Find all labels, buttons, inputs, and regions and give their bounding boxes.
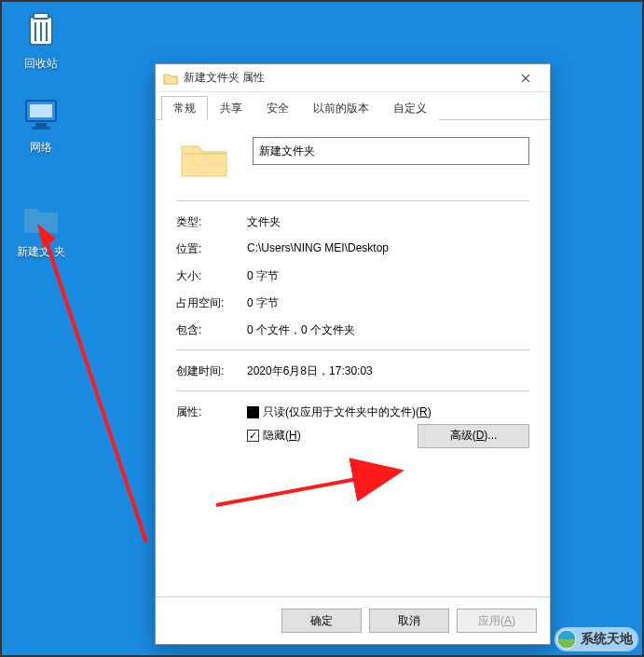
value-location: C:\Users\NING MEI\Desktop: [247, 241, 529, 257]
tabstrip: 常规 共享 安全 以前的版本 自定义: [156, 92, 550, 120]
svg-rect-5: [32, 127, 50, 130]
tab-sharing[interactable]: 共享: [208, 96, 254, 120]
folder-large-icon: [178, 137, 230, 182]
recycle-bin-icon: [19, 7, 63, 52]
label-type: 类型:: [176, 214, 247, 230]
watermark-text: 系统天地: [581, 631, 633, 648]
properties-dialog: 新建文件夹 属性 常规 共享 安全 以前的版本 自定义 类型:文件夹 位置:C:…: [155, 63, 551, 645]
label-size: 大小:: [176, 268, 247, 284]
close-button[interactable]: [504, 65, 546, 91]
globe-icon: [556, 629, 577, 650]
label-size-on-disk: 占用空间:: [176, 295, 247, 311]
value-contains: 0 个文件，0 个文件夹: [247, 322, 529, 338]
dialog-button-row: 确定 取消 应用(A): [156, 596, 550, 644]
ok-button[interactable]: 确定: [281, 609, 362, 633]
general-pane: 类型:文件夹 位置:C:\Users\NING MEI\Desktop 大小:0…: [156, 120, 550, 596]
checkbox-hidden[interactable]: 隐藏(H): [247, 428, 301, 444]
tab-general[interactable]: 常规: [161, 96, 208, 120]
checkbox-box-icon: [247, 430, 259, 442]
titlebar[interactable]: 新建文件夹 属性: [156, 64, 550, 92]
label-contains: 包含:: [176, 322, 247, 338]
cancel-button[interactable]: 取消: [369, 609, 449, 633]
desktop-icon-label: 新建文 夹: [7, 244, 75, 260]
desktop-icon-new-folder[interactable]: 新建文 夹: [7, 196, 75, 260]
network-icon: [19, 91, 63, 136]
svg-line-6: [47, 242, 146, 542]
apply-button[interactable]: 应用(A): [457, 609, 537, 633]
checkbox-readonly[interactable]: 只读(仅应用于文件夹中的文件)(R): [247, 404, 432, 420]
desktop-icon-recycle-bin[interactable]: 回收站: [7, 7, 75, 72]
label-created: 创建时间:: [176, 363, 247, 379]
value-created: 2020年6月8日，17:30:03: [247, 363, 529, 379]
watermark: 系统天地: [555, 627, 638, 651]
dialog-title: 新建文件夹 属性: [184, 70, 504, 86]
checkbox-box-icon: [247, 406, 259, 418]
svg-rect-4: [35, 123, 47, 127]
value-size-on-disk: 0 字节: [247, 295, 529, 311]
desktop-icon-label: 回收站: [7, 56, 75, 72]
tab-previous-versions[interactable]: 以前的版本: [301, 96, 381, 120]
label-location: 位置:: [176, 241, 247, 257]
value-size: 0 字节: [247, 268, 529, 284]
tab-customize[interactable]: 自定义: [381, 96, 439, 120]
svg-rect-1: [34, 13, 48, 19]
advanced-button[interactable]: 高级(D)...: [418, 424, 529, 448]
tab-security[interactable]: 安全: [254, 96, 301, 120]
folder-name-input[interactable]: [253, 137, 529, 165]
desktop-icon-label: 网络: [7, 140, 75, 156]
label-attributes: 属性:: [176, 404, 247, 420]
folder-hidden-icon: [19, 196, 63, 240]
checkbox-hidden-label: 隐藏(H): [263, 428, 301, 444]
desktop-icon-network[interactable]: 网络: [7, 91, 75, 156]
folder-icon: [163, 71, 178, 86]
checkbox-readonly-label: 只读(仅应用于文件夹中的文件)(R): [263, 404, 432, 420]
value-type: 文件夹: [247, 214, 529, 230]
svg-rect-3: [30, 104, 52, 117]
